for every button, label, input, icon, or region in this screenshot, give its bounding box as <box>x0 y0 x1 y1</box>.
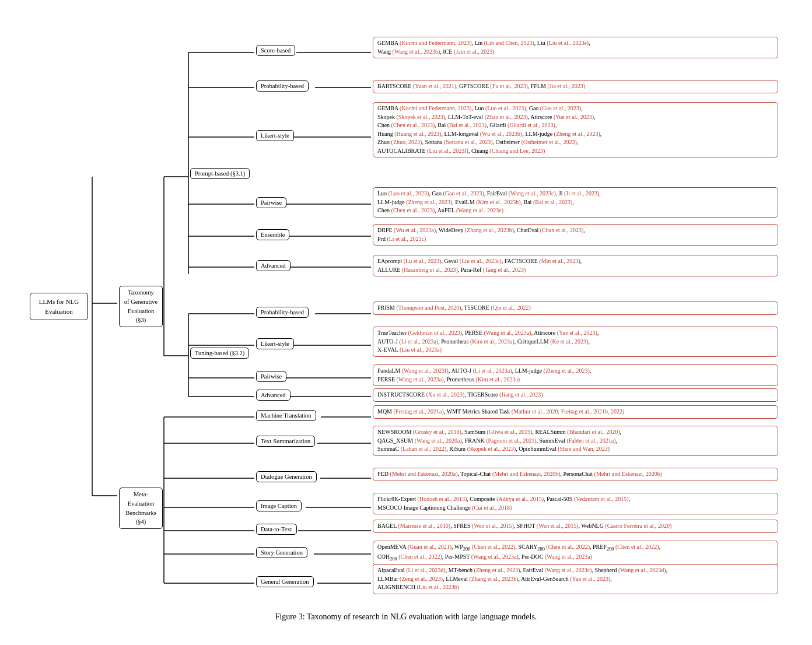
general-generation-node: General Generation <box>256 576 314 587</box>
meta-eval-node: Meta-EvaluationBenchmarks (§4) <box>119 488 163 529</box>
prob-based-2-label: Probability-based <box>261 309 304 316</box>
advanced-2-node: Advanced <box>256 390 290 401</box>
pairwise-1-label: Pairwise <box>261 199 282 206</box>
prob-based-1-content: BARTSCORE (Yuan et al., 2021), GPTSCORE … <box>373 80 778 93</box>
score-based-content: GEMBA (Kocmi and Federmann, 2023), Lin (… <box>373 37 778 58</box>
text-summarization-label: Text Summarization <box>261 438 310 444</box>
prob-based-1-label: Probability-based <box>261 83 304 89</box>
pairwise-2-node: Pairwise <box>256 371 286 382</box>
prompt-based-node: Prompt-based (§3.1) <box>190 168 250 179</box>
likert-2-label: Likert-style <box>261 341 289 347</box>
general-generation-content: AlpacaEval (Li et al., 2023d), MT-bench … <box>373 564 778 594</box>
machine-translation-label: Machine Translation <box>261 412 312 419</box>
dialogue-generation-label: Dialogue Generation <box>261 474 312 480</box>
meta-eval-label: Meta-EvaluationBenchmarks (§4) <box>125 491 156 525</box>
machine-translation-node: Machine Translation <box>256 410 316 421</box>
taxonomy-node: Taxonomyof GenerativeEvaluation (§3) <box>119 286 163 327</box>
advanced-1-label: Advanced <box>261 262 286 269</box>
dialogue-generation-node: Dialogue Generation <box>256 471 317 482</box>
pairwise-2-label: Pairwise <box>261 373 282 380</box>
score-based-label: Score-based <box>261 47 290 54</box>
probability-based-2-node: Probability-based <box>256 307 309 318</box>
tuning-based-node: Tuning-based (§3.2) <box>190 348 249 359</box>
pairwise-1-content: Luo (Luo et al., 2023), Gao (Gao et al.,… <box>373 187 778 218</box>
likert-style-1-node: Likert-style <box>256 130 294 141</box>
likert-1-content: GEMBA (Kocmi and Federmann, 2023), Luo (… <box>373 102 778 157</box>
dialogue-generation-content: FED (Mehri and Eskenazi, 2020a), Topical… <box>373 468 778 481</box>
image-caption-label: Image Caption <box>261 503 297 509</box>
prompt-based-label: Prompt-based (§3.1) <box>195 170 245 177</box>
story-generation-node: Story Generation <box>256 547 307 558</box>
advanced-1-content: EAprompt (Lu et al., 2023), Geval (Liu e… <box>373 255 778 276</box>
likert-style-2-node: Likert-style <box>256 338 294 349</box>
ensemble-content: DRPE (Wu et al., 2023a), WideDeep (Zhang… <box>373 224 778 246</box>
likert-2-content: TrueTeacher (Gekhman et al., 2023), PERS… <box>373 327 778 357</box>
text-summarization-node: Text Summarization <box>256 436 315 447</box>
data-to-text-label: Data-to-Text <box>261 526 292 532</box>
advanced-1-node: Advanced <box>256 260 290 271</box>
probability-based-1-node: Probability-based <box>256 80 309 92</box>
advanced-2-content: INSTRUCTSCORE (Xu et al., 2023), TIGERSc… <box>373 388 778 402</box>
machine-translation-content: MQM (Freitag et al., 2021a), WMT Metrics… <box>373 405 778 419</box>
root-label: LLMs for NLGEvaluation <box>39 298 79 315</box>
pairwise-2-content: PandaLM (Wang et al., 2023f), AUTO-J (Li… <box>373 364 778 386</box>
advanced-2-label: Advanced <box>261 392 286 398</box>
general-generation-label: General Generation <box>261 579 309 585</box>
page-container: LLMs for NLGEvaluation Taxonomyof Genera… <box>12 12 800 633</box>
story-generation-content: OpenMEVA (Guan et al., 2021), WP200 (Che… <box>373 541 778 565</box>
data-to-text-content: BAGEL (Mairesse et al., 2010), SFRES (We… <box>373 520 778 533</box>
likert-1-label: Likert-style <box>261 132 289 139</box>
diagram: LLMs for NLGEvaluation Taxonomyof Genera… <box>24 17 788 601</box>
data-to-text-node: Data-to-Text <box>256 524 297 535</box>
pairwise-1-node: Pairwise <box>256 197 286 208</box>
figure-container: LLMs for NLGEvaluation Taxonomyof Genera… <box>12 12 800 633</box>
ensemble-node: Ensemble <box>256 229 289 240</box>
root-node: LLMs for NLGEvaluation <box>30 293 88 320</box>
text-summarization-content: NEWSROOM (Grusky et al., 2018), SamSum (… <box>373 426 778 456</box>
taxonomy-label: Taxonomyof GenerativeEvaluation (§3) <box>124 289 158 323</box>
figure-caption: Figure 3: Taxonomy of research in NLG ev… <box>24 612 788 622</box>
image-caption-node: Image Caption <box>256 500 302 511</box>
tuning-based-label: Tuning-based (§3.2) <box>195 350 244 356</box>
ensemble-label: Ensemble <box>261 232 285 238</box>
story-generation-label: Story Generation <box>261 549 303 556</box>
image-caption-content: Flickr8K-Expert (Hodosh et al., 2013), C… <box>373 493 778 514</box>
prob-based-2-content: PRISM (Thompson and Post, 2020), T5SCORE… <box>373 302 778 315</box>
score-based-node: Score-based <box>256 45 295 56</box>
